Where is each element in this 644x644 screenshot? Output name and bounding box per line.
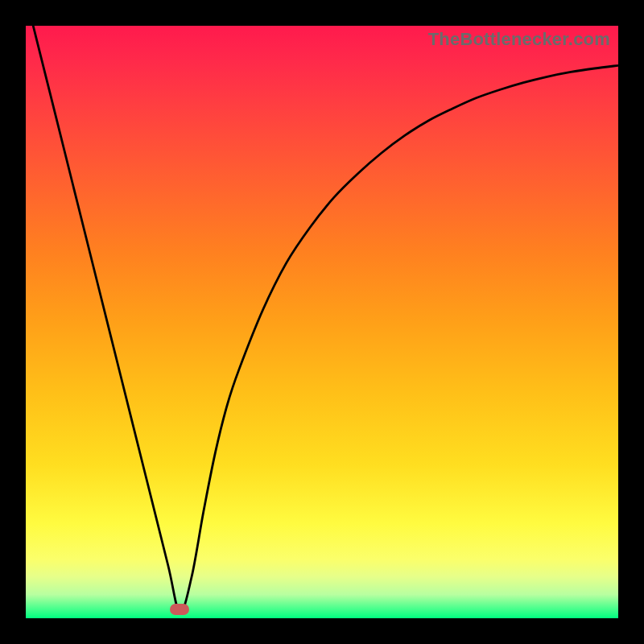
plot-area: TheBottlenecker.com [26, 26, 618, 618]
curve-svg [26, 26, 618, 618]
bottleneck-curve-path [26, 26, 618, 613]
minimum-marker [170, 604, 189, 615]
chart-frame: TheBottlenecker.com [0, 0, 644, 644]
